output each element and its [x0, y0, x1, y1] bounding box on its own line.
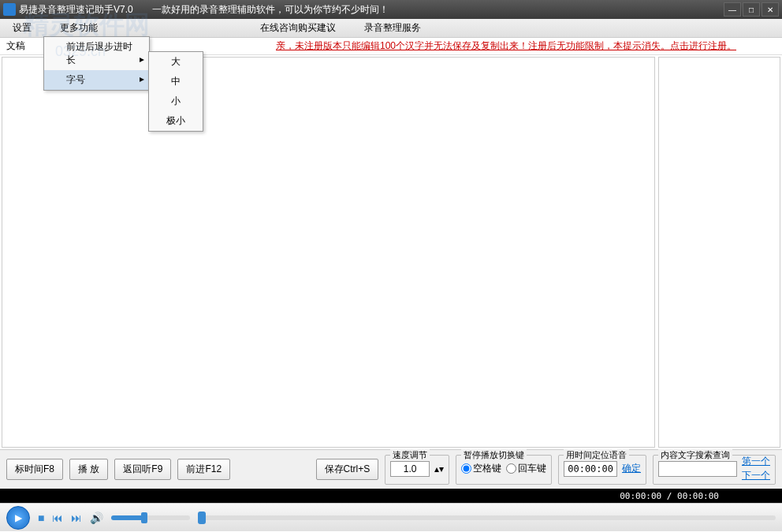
- register-notice[interactable]: 亲，未注册版本只能编辑100个汉字并无法保存及复制出来！注册后无功能限制，本提示…: [236, 39, 776, 53]
- font-small[interactable]: 小: [149, 91, 203, 111]
- progress-thumb[interactable]: [198, 512, 206, 524]
- maximize-button[interactable]: □: [743, 2, 760, 17]
- font-medium[interactable]: 中: [149, 72, 203, 91]
- player-bar: ▶ ■ ⏮ ⏭ 🔊: [0, 503, 782, 531]
- speed-title: 速度调节: [390, 449, 430, 461]
- locate-group: 用时间定位语音 00:00:00 确定: [558, 455, 646, 485]
- volume-slider[interactable]: [111, 515, 190, 520]
- close-button[interactable]: ✕: [762, 2, 779, 17]
- player-play-button[interactable]: ▶: [6, 506, 30, 530]
- menu-link-consult[interactable]: 在线咨询购买建议: [254, 20, 342, 36]
- spinner-arrows[interactable]: ▴▾: [434, 463, 444, 474]
- menu-settings[interactable]: 设置: [6, 20, 38, 36]
- menu-more[interactable]: 更多功能: [54, 20, 104, 36]
- toolbar-label: 文稿: [6, 39, 25, 53]
- volume-icon[interactable]: 🔊: [90, 512, 103, 524]
- forward-button[interactable]: 前进F12: [177, 459, 230, 480]
- radio-space[interactable]: 空格键: [461, 462, 501, 475]
- save-button[interactable]: 保存Ctrl+S: [316, 459, 379, 480]
- titlebar: 易捷录音整理速记助手V7.0 一款好用的录音整理辅助软件，可以为你节约不少时间！…: [0, 0, 782, 19]
- time-display: 00:00:00 / 00:00:00: [620, 491, 719, 501]
- menubar: 设置 更多功能 在线咨询购买建议 录音整理服务: [0, 19, 782, 38]
- controls-bar: 标时间F8 播 放 返回听F9 前进F12 保存Ctrl+S 速度调节 ▴▾ 暂…: [0, 449, 782, 489]
- font-size-submenu: 大 中 小 极小: [148, 51, 203, 132]
- locate-title: 用时间定位语音: [564, 449, 629, 461]
- menu-link-service[interactable]: 录音整理服务: [358, 20, 427, 36]
- minimize-button[interactable]: —: [724, 2, 741, 17]
- editor-area[interactable]: [2, 57, 655, 448]
- dropdown-step-duration[interactable]: 前进后退步进时长: [44, 37, 149, 70]
- search-title: 内容文字搜索查询: [658, 449, 732, 461]
- progress-slider[interactable]: [198, 515, 776, 520]
- volume-thumb[interactable]: [141, 512, 147, 523]
- pause-key-title: 暂停播放切换键: [461, 449, 527, 461]
- speed-spinner[interactable]: [390, 461, 430, 477]
- app-icon: [3, 3, 16, 16]
- font-large[interactable]: 大: [149, 52, 203, 72]
- search-group: 内容文字搜索查询 第一个 下一个: [653, 455, 776, 485]
- font-tiny[interactable]: 极小: [149, 111, 203, 131]
- main-area: [0, 55, 782, 449]
- time-bar: 00:00:00 / 00:00:00: [0, 489, 782, 503]
- pause-key-group: 暂停播放切换键 空格键 回车键: [456, 455, 552, 485]
- locate-confirm[interactable]: 确定: [622, 462, 641, 475]
- search-next[interactable]: 下一个: [742, 469, 770, 482]
- search-input[interactable]: [658, 461, 737, 477]
- search-first[interactable]: 第一个: [742, 455, 770, 468]
- mark-time-button[interactable]: 标时间F8: [6, 459, 63, 480]
- side-panel: [658, 57, 780, 448]
- window-title: 易捷录音整理速记助手V7.0 一款好用的录音整理辅助软件，可以为你节约不少时间！: [19, 3, 389, 17]
- speed-group: 速度调节 ▴▾: [385, 455, 449, 485]
- locate-time[interactable]: 00:00:00: [564, 461, 617, 477]
- radio-enter[interactable]: 回车键: [506, 462, 546, 475]
- play-button[interactable]: 播 放: [69, 459, 108, 480]
- player-next-icon[interactable]: ⏭: [71, 512, 82, 524]
- back-button[interactable]: 返回听F9: [114, 459, 171, 480]
- settings-dropdown: 前进后退步进时长 字号: [43, 36, 150, 91]
- player-prev-icon[interactable]: ⏮: [52, 512, 63, 524]
- dropdown-font-size[interactable]: 字号: [44, 70, 149, 90]
- player-stop-icon[interactable]: ■: [38, 512, 44, 524]
